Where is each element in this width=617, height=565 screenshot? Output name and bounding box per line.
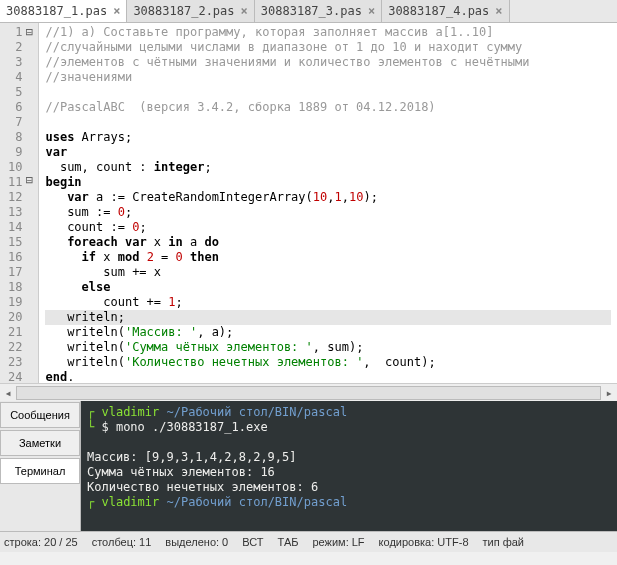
code-line[interactable]: begin [45, 175, 611, 190]
terminal-line: ┌ vladimir ~/Рабочий стол/BIN/pascal [87, 495, 611, 510]
panel-tabs: СообщенияЗаметкиТерминал [0, 401, 81, 531]
code-line[interactable]: sum, count : integer; [45, 160, 611, 175]
code-line[interactable] [45, 115, 611, 130]
code-editor[interactable]: 123456789101112131415161718192021222324 … [0, 23, 617, 383]
code-line[interactable]: writeln('Количество нечетных элементов: … [45, 355, 611, 370]
terminal-line: Количество нечетных элементов: 6 [87, 480, 611, 495]
code-line[interactable]: //элементов с чётными значениями и колич… [45, 55, 611, 70]
tab-bar: 30883187_1.pas×30883187_2.pas×30883187_3… [0, 0, 617, 23]
code-line[interactable]: sum += x [45, 265, 611, 280]
terminal-line: ┌ vladimir ~/Рабочий стол/BIN/pascal [87, 405, 611, 420]
code-line[interactable]: writeln('Сумма чётных элементов: ', sum)… [45, 340, 611, 355]
terminal-line: └ $ mono ./30883187_1.exe [87, 420, 611, 435]
close-icon[interactable]: × [113, 4, 120, 18]
terminal-line: Массив: [9,9,3,1,4,2,8,2,9,5] [87, 450, 611, 465]
close-icon[interactable]: × [368, 4, 375, 18]
code-line[interactable]: writeln('Массив: ', a); [45, 325, 611, 340]
status-mode: режим: LF [312, 536, 364, 548]
code-line[interactable]: end. [45, 370, 611, 383]
tab-label: 30883187_1.pas [6, 4, 107, 18]
terminal-line [87, 435, 611, 450]
scroll-right-icon[interactable]: ▸ [601, 386, 617, 400]
status-ftype: тип фай [483, 536, 525, 548]
status-bar: строка: 20 / 25 столбец: 11 выделено: 0 … [0, 531, 617, 552]
panel-tab[interactable]: Заметки [0, 430, 80, 456]
horizontal-scrollbar[interactable]: ◂ ▸ [0, 383, 617, 401]
code-line[interactable]: uses Arrays; [45, 130, 611, 145]
gutter: 123456789101112131415161718192021222324 … [0, 23, 39, 383]
status-ins: ВСТ [242, 536, 263, 548]
code-line[interactable]: else [45, 280, 611, 295]
tab-file[interactable]: 30883187_2.pas× [127, 0, 254, 22]
code-line[interactable]: //1) а) Составьте программу, которая зап… [45, 25, 611, 40]
scroll-left-icon[interactable]: ◂ [0, 386, 16, 400]
panel-tab[interactable]: Сообщения [0, 402, 80, 428]
terminal[interactable]: ┌ vladimir ~/Рабочий стол/BIN/pascal└ $ … [81, 401, 617, 531]
code-line[interactable]: //значениями [45, 70, 611, 85]
panel-tab[interactable]: Терминал [0, 458, 80, 484]
code-line[interactable]: var a := CreateRandomIntegerArray(10,1,1… [45, 190, 611, 205]
scroll-track[interactable] [16, 386, 601, 400]
terminal-line: Сумма чётных элементов: 16 [87, 465, 611, 480]
code-line[interactable]: count += 1; [45, 295, 611, 310]
tab-label: 30883187_3.pas [261, 4, 362, 18]
status-tab: ТАБ [278, 536, 299, 548]
tab-label: 30883187_2.pas [133, 4, 234, 18]
code-area[interactable]: //1) а) Составьте программу, которая зап… [39, 23, 617, 383]
code-line[interactable]: //случайными целыми числами в диапазоне … [45, 40, 611, 55]
tab-file[interactable]: 30883187_4.pas× [382, 0, 509, 22]
tab-file[interactable]: 30883187_3.pas× [255, 0, 382, 22]
code-line[interactable]: sum := 0; [45, 205, 611, 220]
code-line[interactable]: count := 0; [45, 220, 611, 235]
tab-file[interactable]: 30883187_1.pas× [0, 0, 127, 22]
code-line[interactable]: if x mod 2 = 0 then [45, 250, 611, 265]
status-sel: выделено: 0 [165, 536, 228, 548]
tab-label: 30883187_4.pas [388, 4, 489, 18]
close-icon[interactable]: × [241, 4, 248, 18]
close-icon[interactable]: × [495, 4, 502, 18]
status-col: столбец: 11 [92, 536, 152, 548]
code-line[interactable]: foreach var x in a do [45, 235, 611, 250]
code-line[interactable]: writeln; [45, 310, 611, 325]
status-line: строка: 20 / 25 [4, 536, 78, 548]
code-line[interactable]: //PascalABC (версия 3.4.2, сборка 1889 о… [45, 100, 611, 115]
bottom-panel: СообщенияЗаметкиТерминал ┌ vladimir ~/Ра… [0, 401, 617, 531]
code-line[interactable]: var [45, 145, 611, 160]
code-line[interactable] [45, 85, 611, 100]
status-enc: кодировка: UTF-8 [379, 536, 469, 548]
